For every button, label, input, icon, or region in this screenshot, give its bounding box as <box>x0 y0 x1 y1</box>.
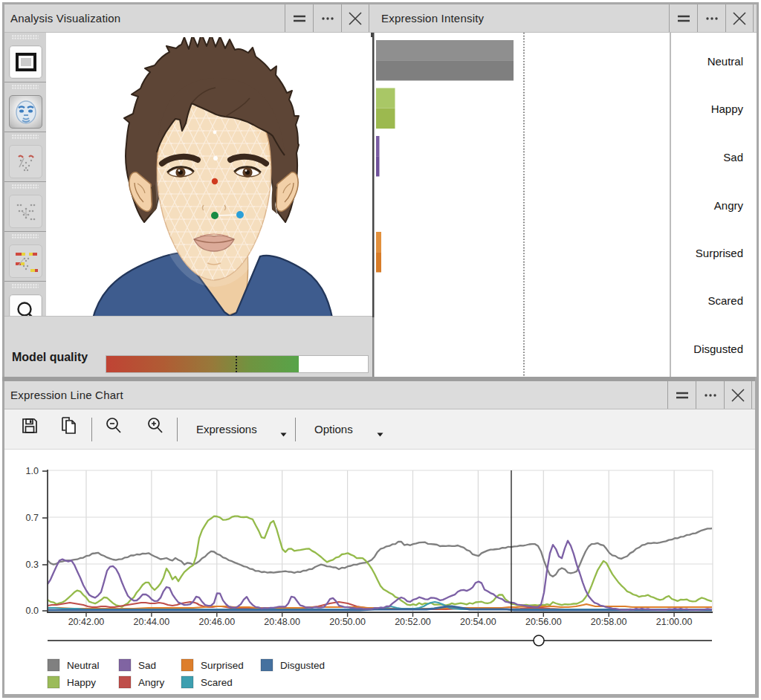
svg-text:Disgusted: Disgusted <box>693 343 743 355</box>
svg-text:0.7: 0.7 <box>26 513 39 523</box>
svg-text:Happy: Happy <box>67 677 96 688</box>
svg-text:0.0: 0.0 <box>26 606 39 616</box>
svg-text:Happy: Happy <box>711 103 744 115</box>
svg-text:Neutral: Neutral <box>707 55 743 68</box>
svg-text:20:42.00: 20:42.00 <box>68 617 105 627</box>
svg-text:Scared: Scared <box>201 677 233 688</box>
svg-text:Surprised: Surprised <box>201 660 244 671</box>
svg-text:20:48.00: 20:48.00 <box>264 617 300 627</box>
svg-text:20:44.00: 20:44.00 <box>134 617 170 627</box>
svg-text:Angry: Angry <box>138 677 165 688</box>
svg-text:20:52.00: 20:52.00 <box>395 617 431 627</box>
svg-text:1.0: 1.0 <box>26 466 39 476</box>
svg-text:Surprised: Surprised <box>696 247 743 259</box>
svg-text:20:56.00: 20:56.00 <box>525 617 562 627</box>
svg-text:Angry: Angry <box>714 199 744 212</box>
svg-text:Sad: Sad <box>138 660 156 671</box>
svg-text:Disgusted: Disgusted <box>280 660 325 671</box>
svg-text:20:54.00: 20:54.00 <box>460 617 496 627</box>
svg-text:Scared: Scared <box>707 294 743 307</box>
svg-text:20:46.00: 20:46.00 <box>198 617 235 627</box>
svg-text:21:00.00: 21:00.00 <box>656 617 693 627</box>
svg-text:0.3: 0.3 <box>26 560 39 570</box>
svg-text:Neutral: Neutral <box>67 660 100 671</box>
svg-text:Sad: Sad <box>723 151 743 163</box>
svg-text:20:58.00: 20:58.00 <box>591 617 627 627</box>
svg-text:20:50.00: 20:50.00 <box>329 617 366 627</box>
